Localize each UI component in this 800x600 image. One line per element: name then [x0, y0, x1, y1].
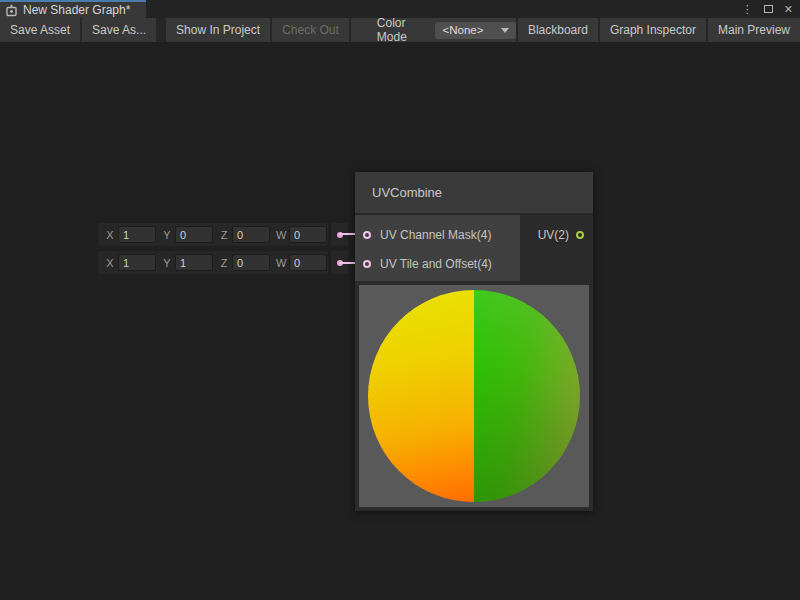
node-input-ports: UV Channel Mask(4) UV Tile and Offset(4) [355, 215, 520, 281]
y-label: Y [162, 257, 172, 269]
save-asset-button[interactable]: Save Asset [0, 18, 80, 42]
node-preview-section [355, 281, 593, 511]
input-port-label: UV Channel Mask(4) [380, 228, 491, 242]
chevron-down-icon [501, 28, 509, 33]
preview-sphere [368, 290, 580, 502]
vector4-port-icon[interactable] [363, 231, 371, 239]
check-out-button: Check Out [272, 18, 349, 42]
save-as-button[interactable]: Save As... [82, 18, 156, 42]
kebab-menu-icon[interactable]: ⋮ [742, 0, 753, 18]
sphere-left-half [368, 290, 474, 502]
node-title-bar[interactable]: UVCombine [355, 172, 593, 215]
w-field[interactable] [289, 254, 327, 271]
node-uvcombine: UVCombine UV Channel Mask(4) UV Tile and… [355, 172, 593, 511]
x-field[interactable] [118, 254, 156, 271]
input-port-row: UV Tile and Offset(4) [355, 249, 520, 278]
shader-graph-window: New Shader Graph* ⋮ ✕ Save Asset Save As… [0, 0, 800, 600]
vector2-port-icon[interactable] [576, 231, 584, 239]
x-label: X [105, 257, 115, 269]
z-field[interactable] [232, 254, 270, 271]
main-preview-button[interactable]: Main Preview [708, 18, 800, 42]
color-mode-value: <None> [442, 24, 500, 36]
maximize-icon[interactable] [764, 5, 773, 13]
y-label: Y [162, 229, 172, 241]
vector4-input-row-2: X Y Z W [98, 251, 328, 274]
window-controls: ⋮ ✕ [742, 0, 793, 18]
sphere-right-half [474, 290, 580, 502]
color-mode-dropdown[interactable]: <None> [435, 22, 515, 39]
vector4-input-row-1: X Y Z W [98, 223, 328, 246]
input-port-row: UV Channel Mask(4) [355, 220, 520, 249]
x-field[interactable] [118, 226, 156, 243]
node-port-section: UV Channel Mask(4) UV Tile and Offset(4)… [355, 215, 593, 281]
tab-strip: New Shader Graph* ⋮ ✕ [0, 0, 800, 18]
node-output-ports: UV(2) [520, 215, 593, 281]
toolbar-divider [158, 18, 164, 42]
graph-inspector-button[interactable]: Graph Inspector [600, 18, 706, 42]
blackboard-button[interactable]: Blackboard [518, 18, 598, 42]
toolbar: Save Asset Save As... Show In Project Ch… [0, 18, 800, 42]
w-field[interactable] [289, 226, 327, 243]
x-label: X [105, 229, 115, 241]
vector4-port-icon[interactable] [363, 260, 371, 268]
output-port-label: UV(2) [538, 228, 569, 242]
tab-new-shader-graph[interactable]: New Shader Graph* [0, 0, 146, 18]
z-label: Z [219, 229, 229, 241]
show-in-project-button[interactable]: Show In Project [166, 18, 270, 42]
node-title: UVCombine [372, 185, 442, 200]
shader-graph-icon [5, 4, 18, 17]
input-port-label: UV Tile and Offset(4) [380, 257, 492, 271]
z-field[interactable] [232, 226, 270, 243]
y-field[interactable] [175, 226, 213, 243]
w-label: W [276, 257, 286, 269]
graph-canvas[interactable]: X Y Z W X Y Z W [0, 42, 800, 600]
z-label: Z [219, 257, 229, 269]
color-mode-label: Color Mode [377, 16, 427, 44]
y-field[interactable] [175, 254, 213, 271]
shader-preview [359, 285, 589, 507]
output-port-row: UV(2) [520, 220, 593, 249]
tab-title: New Shader Graph* [23, 3, 130, 17]
close-icon[interactable]: ✕ [784, 0, 793, 18]
w-label: W [276, 229, 286, 241]
color-mode-section: Color Mode <None> [351, 18, 516, 42]
